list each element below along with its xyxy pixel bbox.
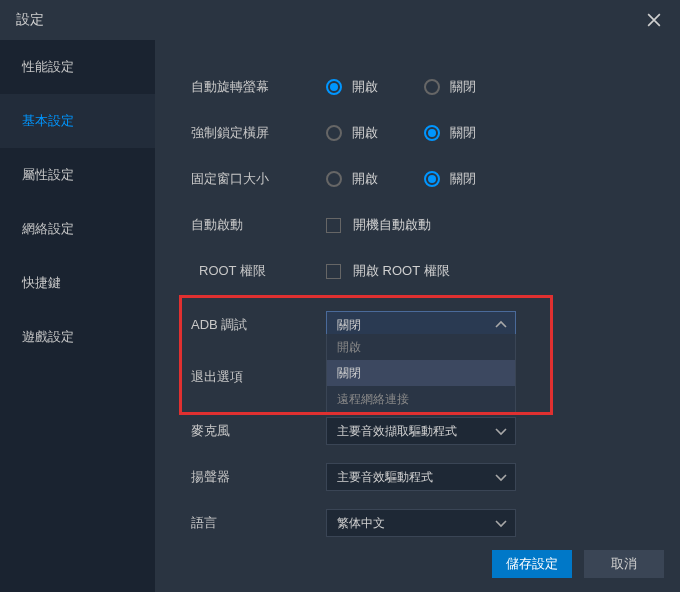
setting-force-landscape: 強制鎖定橫屏 開啟 關閉 (191, 110, 668, 156)
checkbox-auto-start[interactable]: 開機自動啟動 (326, 216, 431, 234)
sidebar-item-label: 快捷鍵 (22, 274, 61, 292)
chevron-down-icon (495, 518, 507, 528)
sidebar-item-properties[interactable]: 屬性設定 (0, 148, 155, 202)
radio-icon (424, 79, 440, 95)
checkbox-icon (326, 264, 341, 279)
dropdown-list-adb: 開啟 關閉 遠程網絡連接 (326, 334, 516, 413)
setting-speaker: 揚聲器 主要音效驅動程式 (191, 454, 668, 500)
checkbox-root[interactable]: 開啟 ROOT 權限 (326, 262, 450, 280)
sidebar-item-performance[interactable]: 性能設定 (0, 40, 155, 94)
radio-icon (424, 125, 440, 141)
sidebar-item-label: 基本設定 (22, 112, 74, 130)
cancel-button[interactable]: 取消 (584, 550, 664, 578)
settings-dialog: 設定 性能設定 基本設定 屬性設定 網絡設定 快捷鍵 遊戲設定 自動旋轉螢幕 開… (0, 0, 680, 592)
sidebar-item-network[interactable]: 網絡設定 (0, 202, 155, 256)
radio-icon (326, 171, 342, 187)
setting-label: 麥克風 (191, 422, 326, 440)
setting-label: 固定窗口大小 (191, 170, 326, 188)
sidebar-item-label: 屬性設定 (22, 166, 74, 184)
sidebar: 性能設定 基本設定 屬性設定 網絡設定 快捷鍵 遊戲設定 (0, 40, 155, 592)
sidebar-item-label: 網絡設定 (22, 220, 74, 238)
checkbox-icon (326, 218, 341, 233)
radio-landscape-off[interactable]: 關閉 (424, 124, 476, 142)
dropdown-speaker[interactable]: 主要音效驅動程式 (326, 463, 516, 491)
dropdown-value: 主要音效擷取驅動程式 (337, 423, 457, 440)
radio-icon (326, 125, 342, 141)
sidebar-item-basic[interactable]: 基本設定 (0, 94, 155, 148)
dropdown-value: 繁体中文 (337, 515, 385, 532)
setting-label: 自動啟動 (191, 216, 326, 234)
sidebar-item-shortcuts[interactable]: 快捷鍵 (0, 256, 155, 310)
setting-label: 揚聲器 (191, 468, 326, 486)
chevron-down-icon (495, 472, 507, 482)
setting-auto-start: 自動啟動 開機自動啟動 (191, 202, 668, 248)
setting-label: 退出選項 (191, 368, 326, 386)
dropdown-microphone[interactable]: 主要音效擷取驅動程式 (326, 417, 516, 445)
radio-fixed-off[interactable]: 關閉 (424, 170, 476, 188)
dropdown-option[interactable]: 關閉 (327, 360, 515, 386)
dropdown-option[interactable]: 遠程網絡連接 (327, 386, 515, 412)
chevron-up-icon (495, 320, 507, 330)
content-panel: 自動旋轉螢幕 開啟 關閉 強制鎖定橫屏 開啟 關閉 固定窗口大小 開啟 關閉 (155, 40, 680, 592)
setting-fixed-window: 固定窗口大小 開啟 關閉 (191, 156, 668, 202)
setting-auto-rotate: 自動旋轉螢幕 開啟 關閉 (191, 64, 668, 110)
radio-icon (424, 171, 440, 187)
radio-auto-rotate-off[interactable]: 關閉 (424, 78, 476, 96)
sidebar-item-game[interactable]: 遊戲設定 (0, 310, 155, 364)
chevron-down-icon (495, 426, 507, 436)
radio-fixed-on[interactable]: 開啟 (326, 170, 378, 188)
setting-label: 語言 (191, 514, 326, 532)
dialog-body: 性能設定 基本設定 屬性設定 網絡設定 快捷鍵 遊戲設定 自動旋轉螢幕 開啟 關… (0, 40, 680, 592)
footer: 儲存設定 取消 (492, 550, 664, 578)
dropdown-value: 關閉 (337, 317, 361, 334)
radio-auto-rotate-on[interactable]: 開啟 (326, 78, 378, 96)
setting-label: 強制鎖定橫屏 (191, 124, 326, 142)
dropdown-value: 主要音效驅動程式 (337, 469, 433, 486)
sidebar-item-label: 性能設定 (22, 58, 74, 76)
setting-label: ADB 調試 (191, 316, 326, 334)
radio-landscape-on[interactable]: 開啟 (326, 124, 378, 142)
save-button[interactable]: 儲存設定 (492, 550, 572, 578)
dialog-title: 設定 (16, 11, 44, 29)
setting-label: ROOT 權限 (191, 262, 326, 280)
titlebar: 設定 (0, 0, 680, 40)
radio-icon (326, 79, 342, 95)
close-icon[interactable] (644, 10, 664, 30)
sidebar-item-label: 遊戲設定 (22, 328, 74, 346)
setting-root: ROOT 權限 開啟 ROOT 權限 (191, 248, 668, 294)
dropdown-language[interactable]: 繁体中文 (326, 509, 516, 537)
setting-label: 自動旋轉螢幕 (191, 78, 326, 96)
dropdown-option[interactable]: 開啟 (327, 334, 515, 360)
setting-language: 語言 繁体中文 (191, 500, 668, 546)
setting-microphone: 麥克風 主要音效擷取驅動程式 (191, 408, 668, 454)
